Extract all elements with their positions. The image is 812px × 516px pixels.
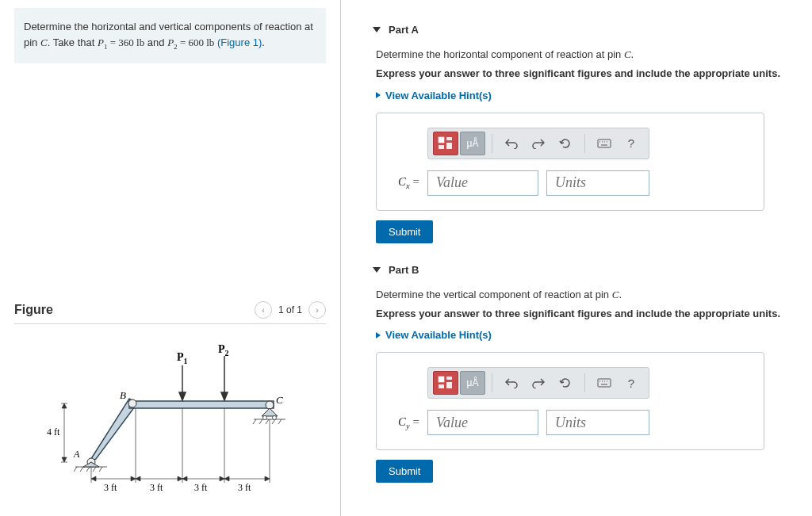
problem-statement: Determine the horizontal and vertical co… [14, 8, 326, 63]
keyboard-button[interactable] [592, 371, 617, 395]
reset-button[interactable] [553, 132, 578, 155]
help-button[interactable]: ? [619, 371, 644, 395]
caret-right-icon [376, 332, 381, 338]
svg-rect-68 [598, 379, 611, 387]
svg-text:P1: P1 [177, 351, 188, 365]
svg-marker-42 [224, 476, 229, 481]
svg-rect-54 [439, 137, 444, 143]
svg-marker-38 [136, 476, 140, 481]
part-b-value-input[interactable] [427, 410, 538, 435]
next-figure-button[interactable]: › [308, 301, 326, 319]
part-b-hint-link[interactable]: View Available Hint(s) [376, 329, 492, 341]
svg-text:3 ft: 3 ft [194, 482, 208, 493]
svg-marker-15 [83, 462, 99, 467]
svg-text:P2: P2 [218, 343, 229, 357]
reset-button[interactable] [553, 371, 578, 395]
caret-down-icon [373, 27, 381, 32]
part-b-header[interactable]: Part B [373, 264, 796, 276]
svg-marker-22 [179, 392, 186, 400]
svg-line-3 [86, 467, 90, 472]
svg-text:3 ft: 3 ft [104, 482, 117, 493]
caret-right-icon [376, 92, 381, 98]
svg-marker-43 [265, 476, 270, 481]
svg-rect-65 [446, 376, 452, 380]
svg-text:3 ft: 3 ft [238, 482, 251, 493]
undo-button[interactable] [499, 132, 524, 155]
part-b-toolbar: μÅ ? [427, 367, 649, 399]
part-b-instruction: Express your answer to three significant… [376, 308, 796, 319]
svg-line-7 [253, 419, 256, 424]
svg-rect-13 [129, 401, 274, 408]
figure-title: Figure [14, 303, 53, 317]
figure-header: Figure ‹ 1 of 1 › [14, 301, 326, 324]
special-chars-button[interactable]: μÅ [460, 371, 485, 395]
part-a-hint-link[interactable]: View Available Hint(s) [376, 90, 492, 101]
figure-diagram: P1 P2 B C A 4 ft 3 ft 3 ft 3 ft 3 ft [36, 340, 305, 499]
part-a-submit-button[interactable]: Submit [376, 220, 433, 243]
svg-line-5 [99, 467, 102, 472]
svg-rect-58 [598, 140, 611, 147]
part-b-prompt: Determine the vertical component of reac… [376, 289, 796, 301]
part-b-var-label: Cy = [393, 415, 419, 430]
part-a-var-label: Cx = [393, 175, 419, 190]
figure-pager: ‹ 1 of 1 › [255, 301, 326, 319]
svg-marker-28 [62, 403, 67, 408]
svg-rect-66 [439, 384, 444, 388]
svg-point-19 [262, 415, 266, 419]
redo-button[interactable] [526, 371, 551, 395]
part-b-section: Part B Determine the vertical component … [373, 264, 796, 484]
templates-button[interactable] [433, 371, 458, 395]
part-a-answer-box: μÅ ? Cx = [376, 113, 764, 211]
svg-point-16 [128, 399, 136, 407]
figure-page-text: 1 of 1 [278, 304, 302, 315]
svg-rect-56 [439, 145, 444, 149]
part-a-input-row: Cx = [393, 170, 748, 196]
svg-text:3 ft: 3 ft [150, 482, 163, 493]
undo-button[interactable] [499, 371, 524, 395]
part-a-header[interactable]: Part A [373, 24, 796, 36]
svg-line-2 [80, 467, 83, 472]
svg-marker-40 [182, 476, 187, 481]
svg-text:C: C [276, 394, 283, 406]
svg-text:4 ft: 4 ft [47, 426, 60, 438]
part-b-submit-button[interactable]: Submit [376, 460, 433, 483]
part-b-title: Part B [389, 264, 419, 276]
prev-figure-button[interactable]: ‹ [255, 301, 272, 319]
svg-marker-18 [262, 408, 278, 416]
pin-var: C [40, 36, 48, 48]
svg-text:B: B [120, 389, 126, 401]
left-panel: Determine the horizontal and vertical co… [0, 0, 341, 516]
svg-line-10 [272, 419, 275, 424]
svg-text:A: A [73, 449, 80, 460]
svg-marker-36 [91, 476, 96, 481]
svg-line-11 [278, 419, 282, 424]
part-a-title: Part A [389, 24, 419, 36]
part-a-prompt: Determine the horizontal component of re… [376, 48, 796, 61]
caret-down-icon [373, 267, 381, 273]
svg-marker-29 [62, 457, 67, 462]
part-b-input-row: Cy = [393, 410, 748, 435]
svg-point-20 [272, 415, 276, 419]
figure-link[interactable]: (Figure 1) [214, 36, 262, 48]
part-a-value-input[interactable] [427, 170, 538, 196]
svg-rect-57 [446, 143, 452, 149]
svg-rect-64 [439, 376, 444, 382]
part-a-units-input[interactable] [546, 170, 649, 196]
special-chars-button[interactable]: μÅ [460, 132, 485, 155]
svg-marker-41 [220, 476, 224, 481]
svg-marker-37 [131, 476, 136, 481]
svg-line-1 [74, 467, 77, 472]
keyboard-button[interactable] [592, 132, 617, 155]
templates-button[interactable] [433, 132, 458, 155]
part-a-toolbar: μÅ ? [427, 128, 649, 159]
svg-line-9 [266, 419, 269, 424]
part-b-units-input[interactable] [546, 410, 649, 435]
svg-line-8 [259, 419, 262, 424]
right-panel: Part A Determine the horizontal componen… [341, 0, 812, 516]
part-b-answer-box: μÅ ? Cy = [376, 352, 764, 450]
part-a-instruction: Express your answer to three significant… [376, 67, 796, 79]
redo-button[interactable] [526, 132, 551, 155]
help-button[interactable]: ? [619, 132, 644, 155]
svg-rect-67 [446, 382, 452, 388]
svg-marker-39 [178, 476, 182, 481]
